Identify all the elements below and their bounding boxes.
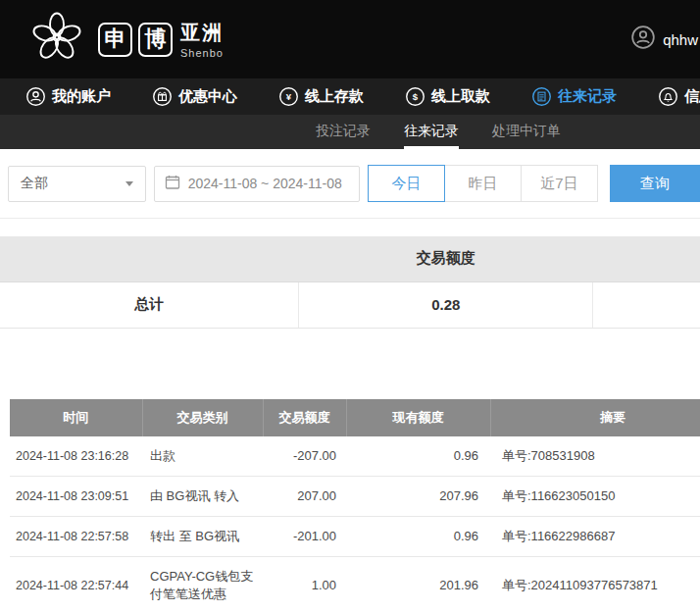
brand-char: 申: [98, 23, 132, 57]
nav-item-messages[interactable]: 信息: [658, 86, 700, 107]
record-tabs: 投注记录 往来记录 处理中订单: [316, 115, 561, 149]
cell-type: 出款: [142, 436, 263, 477]
nav-label: 我的账户: [52, 87, 111, 106]
transactions-table: 时间 交易类别 交易额度 现有额度 摘要 2024-11-08 23:16:28…: [10, 399, 700, 613]
user-avatar-icon: [630, 25, 656, 54]
summary-header-amount: 交易额度: [299, 236, 593, 281]
nav-item-promotions[interactable]: 优惠中心: [152, 86, 237, 107]
search-button[interactable]: 查询: [610, 165, 700, 202]
cell-amount: -201.00: [263, 516, 346, 556]
top-header: 申 博 亚洲 Shenbo qhhw: [0, 0, 700, 78]
bell-icon: [658, 86, 678, 107]
records-icon: [531, 86, 552, 107]
brand-char: 博: [138, 23, 173, 57]
col-header-summary: 摘要: [490, 399, 700, 436]
username-text: qhhw: [663, 31, 698, 48]
summary-header-row: 交易额度: [0, 236, 700, 281]
col-header-amount: 交易额度: [263, 399, 346, 436]
cell-type: 转出 至 BG视讯: [142, 516, 263, 556]
nav-label: 优惠中心: [178, 87, 237, 106]
cell-time: 2024-11-08 23:16:28: [10, 436, 142, 477]
cell-balance: 207.96: [346, 476, 490, 516]
cell-time: 2024-11-08 22:57:58: [10, 516, 142, 556]
cell-amount: 1.00: [263, 556, 346, 613]
nav-label: 线上取款: [431, 87, 490, 106]
brand-region-block: 亚洲 Shenbo: [180, 20, 224, 59]
nav-item-transaction-records[interactable]: 往来记录: [531, 86, 617, 107]
summary-table: 交易额度 总计 0.28: [0, 236, 700, 329]
cell-type: CGPAY-CG钱包支付笔笔送优惠: [142, 556, 263, 613]
table-row: 2024-11-08 23:16:28 出款 -207.00 0.96 单号:7…: [10, 436, 700, 477]
today-button[interactable]: 今日: [368, 165, 445, 202]
type-select[interactable]: 全部: [8, 166, 146, 202]
gift-icon: [152, 86, 173, 107]
cell-summary: 单号:116623050150: [490, 476, 700, 516]
table-row: 2024-11-08 22:57:44 CGPAY-CG钱包支付笔笔送优惠 1.…: [10, 556, 700, 613]
cell-balance: 0.96: [346, 516, 490, 556]
brand-subtitle: Shenbo: [180, 47, 224, 59]
summary-total-label: 总计: [0, 281, 299, 328]
nav-item-withdraw[interactable]: $ 线上取款: [405, 86, 490, 107]
cell-summary: 单号:202411093776573871: [490, 556, 700, 613]
type-select-value: 全部: [21, 175, 125, 192]
tab-transaction-records[interactable]: 往来记录: [404, 115, 459, 149]
table-row: 2024-11-08 23:09:51 由 BG视讯 转入 207.00 207…: [10, 476, 700, 516]
cell-time: 2024-11-08 23:09:51: [10, 476, 142, 516]
col-header-balance: 现有额度: [346, 399, 490, 436]
calendar-icon: [165, 175, 180, 193]
cell-time: 2024-11-08 22:57:44: [10, 556, 142, 613]
cell-amount: -207.00: [263, 436, 346, 477]
cell-summary: 单号:708531908: [490, 436, 700, 477]
summary-total-value: 0.28: [299, 281, 593, 328]
tab-betting-records[interactable]: 投注记录: [316, 115, 371, 149]
summary-total-row: 总计 0.28: [0, 281, 700, 328]
yesterday-button[interactable]: 昨日: [444, 165, 522, 202]
brand-logo[interactable]: 申 博 亚洲 Shenbo: [29, 10, 224, 69]
table-header-row: 时间 交易类别 交易额度 现有额度 摘要: [10, 399, 700, 436]
lotus-logo-icon: [29, 10, 84, 69]
summary-header-empty: [593, 236, 700, 281]
cell-amount: 207.00: [263, 476, 346, 516]
tab-pending-orders[interactable]: 处理中订单: [492, 115, 561, 149]
last-7-days-button[interactable]: 近7日: [521, 165, 598, 202]
user-icon: [25, 86, 46, 107]
deposit-icon: ¥: [278, 86, 299, 107]
table-row: 2024-11-08 22:57:58 转出 至 BG视讯 -201.00 0.…: [10, 516, 700, 556]
summary-header-empty: [0, 236, 299, 281]
col-header-type: 交易类别: [142, 399, 263, 436]
summary-empty-cell: [593, 281, 700, 328]
svg-text:¥: ¥: [286, 91, 292, 102]
withdraw-icon: $: [405, 86, 425, 107]
brand-region: 亚洲: [180, 20, 224, 46]
cell-type: 由 BG视讯 转入: [142, 476, 263, 516]
nav-label: 往来记录: [558, 87, 617, 106]
nav-item-deposit[interactable]: ¥ 线上存款: [278, 86, 364, 107]
chevron-down-icon: [125, 181, 133, 186]
cell-balance: 201.96: [346, 556, 490, 613]
date-range-input[interactable]: 2024-11-08 ~ 2024-11-08: [154, 166, 360, 202]
nav-item-my-account[interactable]: 我的账户: [25, 86, 111, 107]
nav-label: 信息: [684, 87, 700, 106]
sub-navigation: 投注记录 往来记录 处理中订单: [0, 115, 700, 149]
date-range-value: 2024-11-08 ~ 2024-11-08: [188, 176, 342, 191]
main-navigation: 我的账户 优惠中心 ¥ 线上存款 $ 线上取款: [0, 78, 700, 115]
user-account-block[interactable]: qhhw: [630, 0, 700, 78]
svg-text:$: $: [413, 91, 419, 102]
nav-label: 线上存款: [305, 87, 364, 106]
filter-bar: 全部 2024-11-08 ~ 2024-11-08 今日 昨日 近7日 查询: [0, 149, 700, 219]
cell-summary: 单号:116622986687: [490, 516, 700, 556]
col-header-time: 时间: [10, 399, 142, 436]
quick-date-buttons: 今日 昨日 近7日: [368, 165, 598, 202]
brand-name-boxes: 申 博: [98, 23, 173, 57]
transactions-section: 时间 交易类别 交易额度 现有额度 摘要 2024-11-08 23:16:28…: [10, 399, 700, 613]
cell-balance: 0.96: [346, 436, 490, 477]
